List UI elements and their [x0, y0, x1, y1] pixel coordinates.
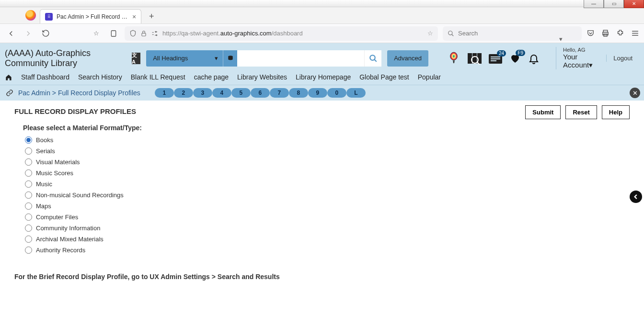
app-header: (AAAA) Auto-Graphics Community Library 文…	[0, 43, 644, 73]
nav-item[interactable]: Blank ILL Request	[131, 73, 185, 81]
favorites-icon[interactable]: F9	[509, 53, 521, 64]
svg-rect-14	[472, 53, 477, 64]
format-radio[interactable]	[25, 247, 32, 254]
logout-link[interactable]: Logout	[606, 55, 639, 62]
advanced-search-button[interactable]: Advanced	[387, 50, 428, 67]
history-pill[interactable]: 0	[327, 88, 346, 98]
format-radio[interactable]	[25, 169, 32, 177]
reset-button[interactable]: Reset	[565, 105, 597, 119]
url-text: https://qa-stwi-agent.auto-graphics.com/…	[162, 30, 424, 37]
history-pill[interactable]: 4	[212, 88, 231, 98]
history-pill[interactable]: 5	[231, 88, 251, 98]
nav-item[interactable]: Staff Dashboard	[21, 73, 69, 81]
format-radio-item[interactable]: Visual Materials	[25, 158, 630, 166]
tab-close-icon[interactable]: ×	[132, 13, 136, 21]
format-radio-group: BooksSerialsVisual MaterialsMusic Scores…	[25, 136, 630, 254]
window-close[interactable]: ✕	[624, 0, 644, 8]
format-radio[interactable]	[25, 136, 32, 144]
pocket-icon[interactable]	[586, 29, 595, 37]
reload-button[interactable]	[39, 27, 52, 40]
help-button[interactable]: Help	[602, 105, 630, 119]
browser-toolbar: ☆ https://qa-stwi-agent.auto-graphics.co…	[0, 24, 644, 43]
permissions-icon	[151, 30, 159, 37]
svg-point-9	[370, 55, 375, 60]
format-radio-item[interactable]: Music	[25, 180, 630, 188]
format-radio[interactable]	[25, 158, 32, 166]
url-bar[interactable]: https://qa-stwi-agent.auto-graphics.com/…	[125, 26, 438, 41]
side-panel-toggle-icon[interactable]	[630, 191, 642, 203]
format-radio-item[interactable]: Books	[25, 136, 630, 144]
print-icon[interactable]	[601, 29, 610, 37]
breadcrumb-row: Pac Admin > Full Record Display Profiles…	[0, 85, 644, 101]
forward-button[interactable]	[22, 27, 34, 40]
format-radio-item[interactable]: Authority Records	[25, 247, 630, 254]
format-radio-label: Authority Records	[36, 247, 85, 254]
format-radio[interactable]	[25, 180, 32, 188]
search-submit-button[interactable]	[364, 50, 381, 67]
format-radio[interactable]	[25, 202, 32, 210]
format-radio-label: Music Scores	[36, 169, 73, 177]
history-pill[interactable]: 9	[308, 88, 327, 98]
window-minimize[interactable]: —	[584, 0, 604, 8]
advanced-label: Advanced	[394, 55, 422, 62]
breadcrumb-text[interactable]: Pac Admin > Full Record Display Profiles	[18, 89, 140, 97]
format-radio[interactable]	[25, 214, 32, 221]
footnote: For the Brief Record Display Profile, go…	[14, 273, 630, 281]
header-collapse-icon[interactable]: ▾	[559, 35, 563, 43]
format-radio-item[interactable]: Archival Mixed Materials	[25, 236, 630, 243]
favorites-badge: F9	[516, 50, 525, 56]
account-menu[interactable]: Hello, AG Your Account▾	[556, 47, 593, 69]
database-icon[interactable]	[223, 50, 237, 67]
history-pill[interactable]: 2	[174, 88, 193, 98]
back-button[interactable]	[5, 27, 17, 40]
page-content: FULL RECORD DISPLAY PROFILES Submit Rese…	[0, 101, 644, 287]
history-pill[interactable]: 7	[270, 88, 289, 98]
search-scope-dropdown[interactable]: All Headings	[146, 50, 223, 67]
format-radio-label: Serials	[36, 147, 55, 155]
tab-favicon-icon: ⠿	[45, 13, 53, 21]
format-prompt: Please select a Material Format/Type:	[23, 124, 630, 132]
nav-item[interactable]: Global Page test	[359, 73, 409, 81]
reading-history-icon[interactable]: 24	[489, 53, 502, 64]
new-tab-button[interactable]: +	[145, 10, 158, 22]
nav-item[interactable]: cache page	[194, 73, 229, 81]
shield-icon	[129, 30, 137, 37]
logout-label: Logout	[613, 55, 632, 62]
nav-item[interactable]: Search History	[78, 73, 122, 81]
home-icon[interactable]	[5, 74, 12, 81]
history-pill[interactable]: 1	[155, 88, 174, 98]
format-radio-item[interactable]: Community Information	[25, 225, 630, 232]
format-radio-item[interactable]: Computer Files	[25, 214, 630, 221]
browser-tab-active[interactable]: ⠿ Pac Admin > Full Record Displa ×	[40, 9, 141, 23]
notifications-icon[interactable]	[528, 52, 540, 65]
translate-icon[interactable]: 文A	[132, 53, 140, 64]
extensions-icon[interactable]	[616, 29, 624, 37]
history-pill[interactable]: 3	[193, 88, 212, 98]
format-radio-item[interactable]: Serials	[25, 147, 630, 155]
history-pill[interactable]: L	[346, 88, 366, 98]
submit-button[interactable]: Submit	[525, 105, 561, 119]
bookmark-page-icon[interactable]: ☆	[427, 30, 433, 37]
format-radio-item[interactable]: Music Scores	[25, 169, 630, 177]
menu-icon[interactable]	[631, 29, 639, 37]
format-radio[interactable]	[25, 147, 32, 155]
nav-item[interactable]: Library Websites	[237, 73, 287, 81]
format-radio[interactable]	[25, 225, 32, 232]
format-radio[interactable]	[25, 191, 32, 199]
clipboard-icon[interactable]	[107, 27, 120, 40]
tips-icon[interactable]	[448, 52, 459, 65]
format-radio-item[interactable]: Non-musical Sound Recordings	[25, 191, 630, 199]
nav-item[interactable]: Popular	[418, 73, 441, 81]
format-radio-label: Community Information	[36, 225, 100, 232]
history-pill[interactable]: 8	[289, 88, 308, 98]
nav-item[interactable]: Library Homepage	[296, 73, 351, 81]
window-maximize[interactable]: ▭	[604, 0, 624, 8]
scan-icon[interactable]	[468, 52, 483, 65]
format-radio-item[interactable]: Maps	[25, 202, 630, 210]
close-panel-icon[interactable]: ✕	[630, 88, 640, 98]
format-radio[interactable]	[25, 236, 32, 243]
search-input[interactable]	[237, 50, 364, 67]
lock-icon	[140, 30, 147, 37]
bookmark-star-icon[interactable]: ☆	[90, 27, 103, 40]
history-pill[interactable]: 6	[251, 88, 270, 98]
